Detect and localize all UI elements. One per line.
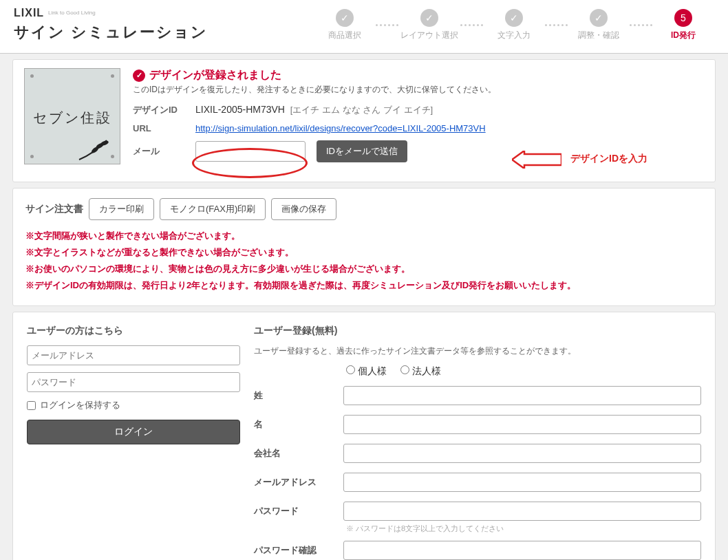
- check-icon: ✓: [133, 69, 145, 82]
- step-1: ✓ 商品選択: [314, 9, 376, 41]
- arrow-icon: [512, 151, 561, 169]
- note-2: ※文字とイラストなどが重なると製作できない場合がございます。: [25, 246, 703, 259]
- keep-login-checkbox[interactable]: ログインを保持する: [27, 399, 240, 411]
- step-2: ✓ レイアウト選択: [398, 9, 460, 41]
- mail-label: メール: [133, 145, 184, 158]
- success-title: デザインが登録されました: [149, 68, 281, 83]
- step-num: 5: [674, 9, 692, 27]
- brand-logo-text: LIXIL: [14, 7, 44, 19]
- reg-password-conf-input[interactable]: [343, 541, 701, 560]
- success-desc: このIDはデザインを復元したり、発注するときに必要になりますので、大切に保管して…: [133, 84, 704, 96]
- note-3: ※お使いのパソコンの環境により、実物とは色の見え方に多少違いが生じる場合がござい…: [25, 263, 703, 275]
- order-doc-label: サイン注文書: [25, 203, 83, 215]
- design-id-value: LIXIL-2005-HM73VH: [195, 104, 285, 115]
- step-5: 5 ID発行: [652, 9, 714, 41]
- page-title: サイン シミュレーション: [14, 22, 208, 43]
- brand-tagline: Link to Good Living: [48, 10, 96, 17]
- company-input[interactable]: [343, 444, 701, 463]
- design-id-label: デザインID: [133, 104, 184, 116]
- mono-print-button[interactable]: モノクロ(FAX用)印刷: [160, 198, 266, 220]
- design-id-reading: [エイチ エム なな さん ブイ エイチ]: [290, 105, 433, 115]
- corporate-radio[interactable]: 法人様: [400, 365, 441, 378]
- design-preview: セブン住設: [24, 68, 120, 164]
- send-mail-button[interactable]: IDをメールで送信: [317, 140, 407, 162]
- reg-password-input[interactable]: [343, 502, 701, 521]
- reg-email-input[interactable]: [343, 473, 701, 492]
- reg-password-label: パスワード: [254, 505, 336, 517]
- leaf-icon: [76, 133, 117, 161]
- reg-email-label: メールアドレス: [254, 476, 336, 488]
- check-icon: ✓: [590, 9, 608, 27]
- company-label: 会社名: [254, 447, 336, 460]
- login-password-input[interactable]: [27, 372, 240, 392]
- color-print-button[interactable]: カラー印刷: [89, 198, 154, 220]
- url-label: URL: [133, 123, 184, 133]
- brand-logo: LIXIL Link to Good Living: [14, 7, 208, 19]
- register-desc: ユーザー登録すると、過去に作ったサイン注文書データ等を参照することができます。: [254, 345, 701, 357]
- firstname-input[interactable]: [343, 415, 701, 434]
- check-icon: ✓: [336, 9, 354, 27]
- save-image-button[interactable]: 画像の保存: [271, 198, 336, 220]
- annotation-text: デザインIDを入力: [570, 153, 647, 165]
- check-icon: ✓: [420, 9, 438, 27]
- login-button[interactable]: ログイン: [27, 420, 240, 444]
- recover-url-link[interactable]: http://sign-simulation.net/lixil/designs…: [195, 123, 486, 133]
- register-title: ユーザー登録(無料): [254, 325, 701, 337]
- note-4: ※デザインIDの有効期限は、発行日より2年となります。有効期限を過ぎた際は、再度…: [25, 279, 703, 292]
- stepper: ✓ 商品選択 ✓ レイアウト選択 ✓ 文字入力 ✓ 調整・確認 5 ID発行: [314, 9, 714, 41]
- lastname-input[interactable]: [343, 386, 701, 405]
- login-title: ユーザーの方はこちら: [27, 325, 240, 337]
- login-email-input[interactable]: [27, 345, 240, 365]
- step-3: ✓ 文字入力: [483, 9, 545, 41]
- password-note: ※ パスワードは8文字以上で入力してください: [346, 524, 701, 534]
- lastname-label: 姓: [254, 389, 336, 402]
- mail-input[interactable]: [195, 141, 306, 162]
- note-1: ※文字間隔が狭いと製作できない場合がございます。: [25, 230, 703, 242]
- preview-text: セブン住設: [33, 109, 112, 127]
- step-4: ✓ 調整・確認: [568, 9, 630, 41]
- personal-radio[interactable]: 個人様: [346, 365, 387, 378]
- check-icon: ✓: [505, 9, 523, 27]
- firstname-label: 名: [254, 418, 336, 431]
- reg-password-conf-label: パスワード確認: [254, 544, 336, 557]
